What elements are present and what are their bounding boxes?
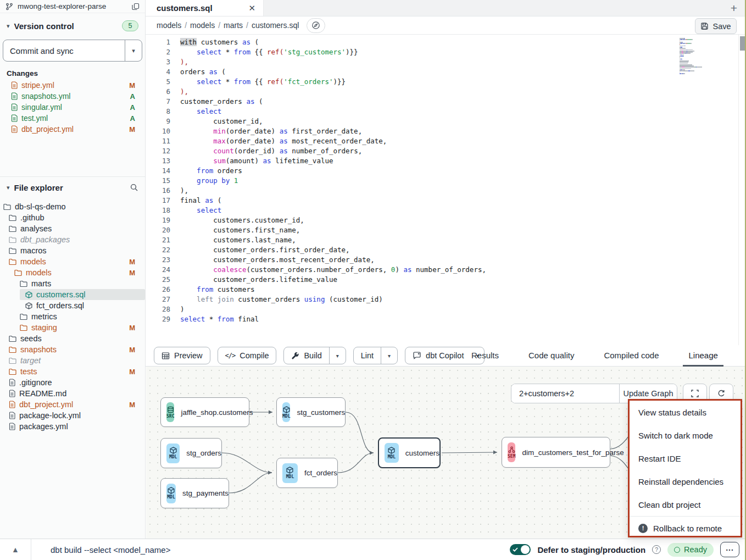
copy-icon[interactable] xyxy=(132,3,140,10)
editor-minimap[interactable] xyxy=(680,38,716,74)
menu-item-view-status-details[interactable]: View status details xyxy=(630,401,741,424)
code-line[interactable]: 6), xyxy=(146,87,746,97)
tree-item-macros[interactable]: macros xyxy=(0,245,145,256)
code-line[interactable]: 29select * from final xyxy=(146,314,746,324)
lint-dropdown-caret[interactable]: ▾ xyxy=(381,347,397,364)
help-icon[interactable]: ? xyxy=(652,545,661,554)
code-line[interactable]: 5 select * from {{ ref('fct_orders')}} xyxy=(146,77,746,87)
search-icon[interactable] xyxy=(130,183,138,192)
code-line[interactable]: 15 group by 1 xyxy=(146,176,746,186)
tree-item-dbt-packages[interactable]: dbt_packages xyxy=(0,234,145,245)
tab-results[interactable]: Results xyxy=(466,345,504,367)
expand-command-bar-caret[interactable]: ▲ xyxy=(0,545,31,554)
menu-item-switch-to-dark-mode[interactable]: Switch to dark mode xyxy=(630,424,741,447)
lineage-node-stg-orders[interactable]: MDLstg_orders xyxy=(160,438,222,468)
code-line[interactable]: 9 customer_id, xyxy=(146,117,746,126)
tree-item-analyses[interactable]: analyses xyxy=(0,223,145,234)
breadcrumb-item[interactable]: customers.sql xyxy=(252,21,299,30)
menu-item-rollback-to-remote[interactable]: !Rollback to remote xyxy=(630,517,741,540)
change-item[interactable]: stripe.ymlM xyxy=(0,80,145,91)
code-line[interactable]: 23 customer_orders.most_recent_order_dat… xyxy=(146,255,746,265)
tree-item-packages-yml[interactable]: packages.yml xyxy=(0,421,145,432)
code-line[interactable]: 27 left join customer_orders using (cust… xyxy=(146,295,746,304)
code-line[interactable]: 1with customers as ( xyxy=(146,37,746,47)
save-button[interactable]: Save xyxy=(695,18,737,34)
change-item[interactable]: singular.ymlA xyxy=(0,102,145,113)
tree-item-marts[interactable]: marts xyxy=(0,278,145,289)
code-line[interactable]: 22 customer_orders.first_order_date, xyxy=(146,245,746,255)
code-editor[interactable]: 1with customers as (2 select * from {{ r… xyxy=(146,35,746,345)
change-item[interactable]: snapshots.ymlA xyxy=(0,91,145,102)
version-control-header[interactable]: ▾ Version control 5 xyxy=(0,16,145,35)
code-line[interactable]: 28) xyxy=(146,304,746,314)
change-item[interactable]: test.ymlA xyxy=(0,113,145,124)
change-item[interactable]: dbt_project.ymlM xyxy=(0,124,145,135)
breadcrumb-item[interactable]: marts xyxy=(224,21,243,30)
code-line[interactable]: 26 from customers xyxy=(146,285,746,295)
lineage-node-jaffle-shop-customers[interactable]: SRCjaffle_shop.customers xyxy=(160,397,249,427)
code-line[interactable]: 13 sum(amount) as lifetime_value xyxy=(146,156,746,166)
tree-item-models[interactable]: modelsM xyxy=(0,256,145,267)
breadcrumb-item[interactable]: models xyxy=(190,21,215,30)
tree-item-tests[interactable]: testsM xyxy=(0,366,145,377)
code-line[interactable]: 19 customers.customer_id, xyxy=(146,215,746,225)
tree-item-target[interactable]: target xyxy=(0,355,145,366)
tree-item-models[interactable]: modelsM xyxy=(0,267,145,278)
compile-button[interactable]: </> Compile xyxy=(218,347,277,364)
tree-item-seeds[interactable]: seeds xyxy=(0,333,145,344)
status-badge[interactable]: Ready xyxy=(667,543,714,557)
lineage-node-customers[interactable]: MDLcustomers xyxy=(378,437,441,468)
close-icon[interactable]: ✕ xyxy=(248,3,255,13)
code-line[interactable]: 21 customers.last_name, xyxy=(146,235,746,245)
tree-item-staging[interactable]: stagingM xyxy=(0,322,145,333)
preview-button[interactable]: Preview xyxy=(154,347,210,364)
tree-item-snapshots[interactable]: snapshotsM xyxy=(0,344,145,355)
tab-lineage[interactable]: Lineage xyxy=(683,345,723,367)
code-line[interactable]: 12 count(order_id) as number_of_orders, xyxy=(146,146,746,156)
lineage-node-fct-orders[interactable]: MDLfct_orders xyxy=(276,458,338,488)
build-dropdown-caret[interactable]: ▾ xyxy=(329,347,346,364)
menu-item-reinstall-dependencies[interactable]: Reinstall dependencies xyxy=(630,470,741,493)
tree-item-fct-orders-sql[interactable]: fct_orders.sql xyxy=(0,300,145,311)
tree-item-customers-sql[interactable]: customers.sql xyxy=(0,289,145,300)
build-button[interactable]: Build ▾ xyxy=(283,347,346,364)
code-line[interactable]: 18 select xyxy=(146,206,746,215)
code-line[interactable]: 10 min(order_date) as first_order_date, xyxy=(146,126,746,136)
lineage-node-stg-payments[interactable]: MDLstg_payments xyxy=(160,478,229,508)
breadcrumb-item[interactable]: models xyxy=(157,21,181,30)
code-line[interactable]: 17final as ( xyxy=(146,196,746,206)
code-line[interactable]: 20 customers.first_name, xyxy=(146,225,746,235)
tab-compiled-code[interactable]: Compiled code xyxy=(598,345,664,367)
code-line[interactable]: 7customer_orders as ( xyxy=(146,97,746,107)
commit-and-sync-button[interactable]: Commit and sync ▾ xyxy=(3,40,142,62)
menu-item-clean-dbt-project[interactable]: Clean dbt project xyxy=(630,493,741,516)
tab-customers-sql[interactable]: customers.sql ✕ xyxy=(146,0,264,16)
lint-button[interactable]: Lint ▾ xyxy=(353,347,398,364)
lineage-node-dim-customers-test-for-parse[interactable]: SEMdim_customers_test_for_parse xyxy=(502,437,610,468)
code-line[interactable]: 8 select xyxy=(146,107,746,117)
tree-item-dbt-project-yml[interactable]: dbt_project.ymlM xyxy=(0,399,145,410)
tree-item-metrics[interactable]: metrics xyxy=(0,311,145,322)
new-tab-button[interactable]: + xyxy=(722,0,746,16)
tree-item--gitignore[interactable]: .gitignore xyxy=(0,377,145,388)
commit-dropdown-caret[interactable]: ▾ xyxy=(125,40,142,61)
file-explorer-header[interactable]: ▾ File explorer xyxy=(0,178,145,197)
code-line[interactable]: 4orders as ( xyxy=(146,67,746,77)
command-input[interactable]: dbt build --select <model_name> xyxy=(51,545,170,555)
code-line[interactable]: 24 coalesce(customer_orders.number_of_or… xyxy=(146,265,746,275)
tree-item-db-sl-qs-demo[interactable]: db-sl-qs-demo xyxy=(0,201,145,212)
tree-item-package-lock-yml[interactable]: package-lock.yml xyxy=(0,410,145,421)
menu-item-restart-ide[interactable]: Restart IDE xyxy=(630,447,741,470)
more-options-button[interactable]: ... xyxy=(720,542,739,557)
code-line[interactable]: 25 customer_orders.lifetime_value xyxy=(146,275,746,285)
tree-item--github[interactable]: .github xyxy=(0,212,145,223)
code-line[interactable]: 11 max(order_date) as most_recent_order_… xyxy=(146,136,746,146)
code-line[interactable]: 16), xyxy=(146,186,746,196)
tree-item-readme-md[interactable]: README.md xyxy=(0,388,145,399)
graph-filter-input[interactable] xyxy=(511,384,619,403)
code-line[interactable]: 3), xyxy=(146,57,746,67)
code-line[interactable]: 14 from orders xyxy=(146,166,746,176)
code-line[interactable]: 2 select * from {{ ref('stg_customers')}… xyxy=(146,47,746,57)
open-in-explorer-button[interactable] xyxy=(307,18,325,33)
defer-toggle[interactable] xyxy=(510,544,531,555)
